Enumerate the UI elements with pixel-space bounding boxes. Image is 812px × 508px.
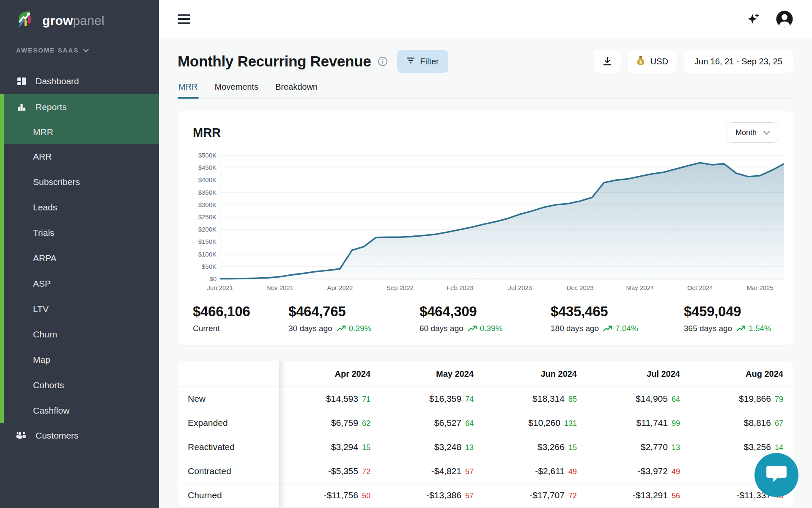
table-cell: $3,26615	[486, 442, 589, 452]
sidebar-subitem-mrr[interactable]: MRR	[0, 120, 159, 144]
sidebar-subitem-subscribers[interactable]: Subscribers	[0, 169, 159, 195]
table-cell: $2,77013	[589, 442, 692, 452]
cell-value: $11,741	[636, 418, 668, 428]
tab-breakdown[interactable]: Breakdown	[274, 78, 318, 98]
trend-up-icon	[736, 326, 746, 332]
sidebar-subitem-asp[interactable]: ASP	[0, 271, 159, 296]
download-icon	[602, 56, 612, 66]
sidebar-subitem-cohorts[interactable]: Cohorts	[0, 373, 159, 398]
table-column-header: May 2024	[382, 369, 486, 379]
sidebar-subitem-churn[interactable]: Churn	[0, 322, 159, 347]
row-label: Churned	[178, 490, 279, 500]
cell-count: 57	[465, 467, 474, 476]
stat-change-value: 0.39%	[480, 324, 503, 333]
sidebar-subitem-label: Cohorts	[33, 380, 64, 390]
cell-count: 49	[568, 467, 577, 476]
table-column-header: Apr 2024	[279, 369, 382, 379]
sidebar-subitem-ltv[interactable]: LTV	[0, 296, 159, 322]
trend-up-icon	[337, 326, 346, 332]
sidebar-item-label: Dashboard	[36, 76, 79, 86]
user-avatar-icon[interactable]	[776, 10, 793, 28]
sidebar-subitem-arr[interactable]: ARR	[0, 144, 159, 169]
stat-change-value: 7.04%	[615, 324, 638, 333]
cell-value: $3,294	[331, 442, 358, 452]
chevron-down-icon	[83, 47, 89, 54]
movements-table-card: Apr 2024May 2024Jun 2024Jul 2024Aug 2024…	[178, 361, 793, 507]
tab-movements[interactable]: Movements	[214, 78, 259, 98]
stat-value: $466,106	[193, 304, 288, 320]
sidebar-subitem-label: Churn	[33, 329, 57, 340]
mrr-stat: $464,30960 days ago0.39%	[420, 304, 551, 333]
cell-count: 131	[564, 419, 577, 428]
y-axis-tick: $150K	[193, 238, 217, 245]
ai-sparkle-icon[interactable]	[746, 11, 761, 27]
x-axis-tick: Jun 2021	[207, 284, 233, 291]
brand-logo[interactable]: growpanel	[15, 9, 104, 32]
growpanel-logo-icon	[15, 9, 36, 32]
chevron-down-icon	[763, 128, 770, 137]
table-cell: $3,25614	[692, 442, 793, 452]
currency-button[interactable]: $ USD	[628, 50, 677, 73]
cell-count: 72	[568, 491, 577, 500]
sidebar-subitem-label: Leads	[33, 202, 57, 213]
hamburger-menu-icon[interactable]	[178, 14, 190, 24]
sidebar-subitem-label: Trials	[33, 228, 55, 238]
download-button[interactable]	[594, 50, 621, 73]
table-cell: $6,52764	[382, 418, 486, 428]
cell-value: $14,593	[326, 394, 358, 403]
sidebar-subitems: ARRSubscribersLeadsTrialsARPAASPLTVChurn…	[0, 144, 159, 423]
cell-count: 13	[465, 443, 474, 452]
table-cell: -$13,38657	[382, 490, 486, 500]
cell-value: -$13,291	[633, 490, 668, 500]
tab-mrr[interactable]: MRR	[178, 78, 199, 98]
workspace-switcher[interactable]: AWESOME SAAS	[16, 47, 89, 54]
table-cell: -$2,61149	[486, 466, 589, 476]
cell-value: $10,260	[528, 418, 560, 428]
sidebar-subitem-leads[interactable]: Leads	[0, 195, 159, 220]
row-label: New	[178, 394, 279, 404]
sidebar-subitem-cashflow[interactable]: Cashflow	[0, 398, 159, 423]
chat-launcher-button[interactable]	[754, 453, 798, 497]
mrr-stat: $459,049365 days ago1.54%	[684, 304, 771, 333]
table-column-header: Jul 2024	[589, 369, 692, 379]
interval-select[interactable]: Month	[727, 122, 778, 143]
content: Monthly Recurring Revenue Filter	[159, 38, 812, 507]
x-axis-tick: May 2024	[626, 284, 654, 291]
y-axis-tick: $300K	[193, 201, 217, 208]
mrr-stats-row: $466,106Current$464,76530 days ago0.29%$…	[193, 304, 778, 333]
row-label: Expanded	[178, 418, 279, 428]
cell-value: $2,770	[641, 442, 668, 452]
y-axis-tick: $100K	[193, 251, 217, 258]
table-cell: $3,29415	[279, 442, 382, 452]
cell-count: 85	[568, 395, 577, 403]
sidebar-subitem-trials[interactable]: Trials	[0, 220, 159, 246]
sidebar-subitem-arpa[interactable]: ARPA	[0, 246, 159, 271]
filter-button[interactable]: Filter	[397, 50, 448, 73]
sidebar-subitem-map[interactable]: Map	[0, 347, 159, 373]
cell-value: $16,359	[429, 394, 461, 403]
date-range-button[interactable]: Jun 16, 21 - Sep 23, 25	[683, 50, 793, 73]
sidebar-item-dashboard[interactable]: Dashboard	[0, 69, 159, 94]
customers-icon	[16, 431, 27, 441]
sidebar-item-reports[interactable]: Reports	[0, 94, 159, 120]
stat-label-row: 60 days ago0.39%	[420, 324, 551, 333]
cell-value: $18,314	[532, 394, 565, 403]
cell-value: -$11,756	[324, 490, 358, 500]
table-header-row: Apr 2024May 2024Jun 2024Jul 2024Aug 2024	[178, 361, 793, 387]
sidebar-item-customers[interactable]: Customers	[0, 423, 159, 448]
table-cell: $19,86679	[692, 394, 793, 404]
cell-value: -$2,611	[535, 466, 565, 476]
money-bag-icon: $	[636, 55, 645, 68]
info-icon[interactable]	[378, 56, 388, 66]
table-cell: $8,81667	[692, 418, 793, 428]
sidebar-item-label: Customers	[36, 431, 79, 441]
x-axis-tick: Oct 2024	[687, 284, 713, 291]
table-cell: $10,260131	[486, 418, 589, 428]
page-title: Monthly Recurring Revenue	[178, 53, 371, 70]
topbar	[159, 0, 812, 38]
x-axis-tick: Dec 2023	[566, 284, 593, 291]
table-cell: $11,74199	[589, 418, 692, 428]
sidebar-subitem-label: MRR	[33, 127, 53, 137]
mrr-area-chart: $500K$450K$400K$350K$300K$250K$200K$150K…	[193, 154, 778, 297]
cell-count: 72	[362, 467, 370, 476]
